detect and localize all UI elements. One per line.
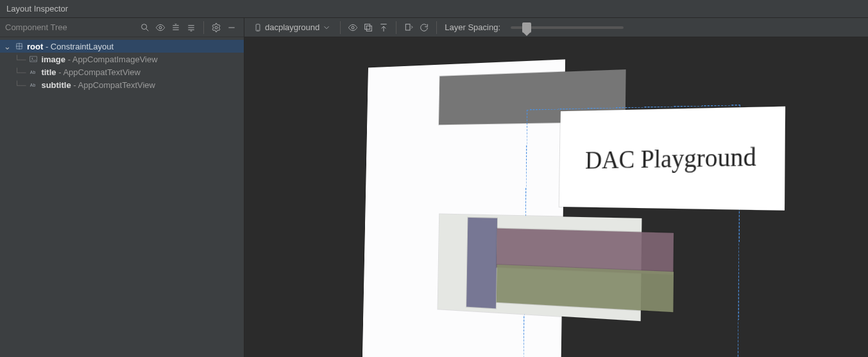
layer-spacing-label: Layer Spacing:	[445, 22, 500, 32]
layer-title-text[interactable]: DAC Playground	[559, 107, 785, 211]
process-name: dacplayground	[265, 22, 319, 32]
rendered-title: DAC Playground	[584, 141, 756, 175]
svg-text:Ab: Ab	[30, 70, 36, 74]
window-title: Layout Inspector	[6, 4, 68, 13]
tree-node-label: root - ConstraintLayout	[27, 42, 114, 51]
live-updates-icon[interactable]	[402, 21, 416, 35]
svg-point-0	[142, 24, 147, 29]
title-bar: Layout Inspector	[0, 0, 868, 18]
tree-node-label: subtitle - AppCompatTextView	[41, 80, 155, 90]
svg-text:Ab: Ab	[30, 83, 36, 87]
component-tree-header: Component Tree	[0, 18, 244, 37]
tree-node-image[interactable]: └─ image - AppCompatImageView	[0, 53, 244, 65]
tree-node-label: image - AppCompatImageView	[41, 55, 157, 64]
tree-guide: └─	[14, 55, 26, 64]
constraint-layout-icon	[14, 41, 24, 51]
overlay-icon[interactable]	[361, 21, 375, 35]
chevron-down-icon	[322, 23, 331, 32]
collapse-all-icon[interactable]	[184, 21, 198, 35]
svg-rect-22	[367, 26, 372, 31]
minimize-icon[interactable]	[225, 21, 239, 35]
svg-point-20	[352, 26, 354, 29]
tree-node-title[interactable]: └─ Ab title - AppCompatTextView	[0, 65, 244, 78]
export-icon[interactable]	[377, 21, 391, 35]
tree-guide: └─	[14, 80, 26, 90]
svg-point-15	[32, 58, 33, 59]
text-view-icon: Ab	[28, 80, 38, 90]
canvas-pane: dacplayground Layer Spacing:	[244, 18, 868, 357]
component-tree-panel: Component Tree	[0, 18, 244, 357]
svg-rect-21	[365, 24, 370, 29]
svg-point-2	[159, 26, 162, 29]
tree-guide: └─	[14, 67, 26, 77]
svg-rect-24	[406, 24, 411, 30]
chevron-down-icon[interactable]: ⌄	[4, 42, 12, 51]
search-icon[interactable]	[138, 21, 152, 35]
expand-all-icon[interactable]	[169, 21, 183, 35]
layer-spacing-slider[interactable]	[511, 26, 624, 29]
tree-node-label: title - AppCompatTextView	[41, 67, 140, 77]
refresh-icon[interactable]	[417, 21, 431, 35]
image-view-icon	[28, 54, 38, 64]
settings-icon[interactable]	[209, 21, 223, 35]
tree-node-subtitle[interactable]: └─ Ab subtitle - AppCompatTextView	[0, 78, 244, 91]
tree-node-root[interactable]: ⌄ root - ConstraintLayout	[0, 40, 244, 53]
component-tree[interactable]: ⌄ root - ConstraintLayout └─ image - App…	[0, 37, 244, 94]
svg-line-1	[146, 29, 148, 31]
device-icon	[253, 23, 262, 32]
text-view-icon: Ab	[28, 67, 38, 77]
layer-image-slot[interactable]	[466, 218, 497, 308]
svg-point-9	[215, 26, 217, 29]
component-tree-title: Component Tree	[5, 22, 138, 32]
process-selector[interactable]: dacplayground	[250, 21, 335, 35]
layout-3d-scene[interactable]: DAC Playground	[244, 37, 868, 357]
visibility-icon[interactable]	[153, 21, 167, 35]
canvas-toolbar: dacplayground Layer Spacing:	[244, 18, 868, 37]
slider-thumb[interactable]	[522, 22, 531, 33]
view-mode-icon[interactable]	[346, 21, 360, 35]
